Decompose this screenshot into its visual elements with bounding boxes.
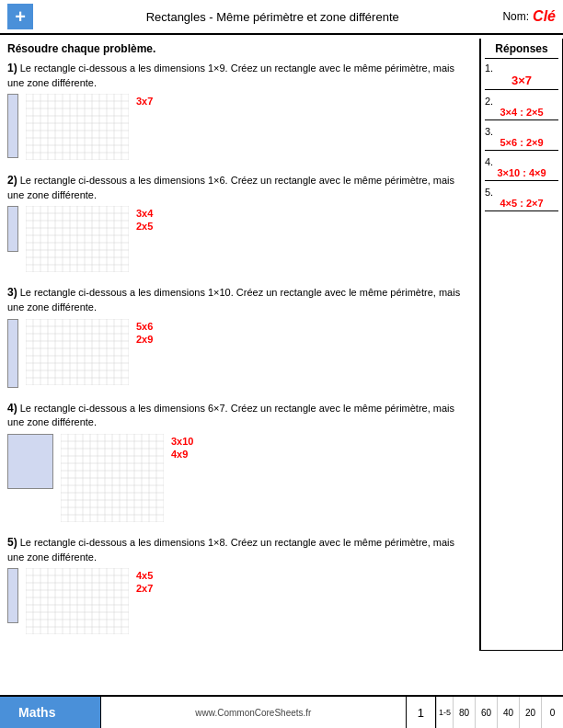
logo-icon xyxy=(7,4,33,29)
answer-label-2-2: 2x5 xyxy=(136,221,153,232)
grid-area-4 xyxy=(61,434,164,522)
problem-number-2: 2) xyxy=(7,174,17,187)
answer-label-5-2: 2x7 xyxy=(136,583,153,594)
answer-label-4-2: 4x9 xyxy=(171,449,193,460)
answer-label-4-1: 3x10 xyxy=(171,436,193,447)
problem-area-4: 3x104x9 xyxy=(7,434,472,522)
answer-key-num-2: 2. xyxy=(485,96,493,107)
grid-canvas-5 xyxy=(26,568,129,634)
score-cell-1: 60 xyxy=(475,697,497,728)
problem-area-3: 5x62x9 xyxy=(7,319,472,388)
problems-section: Résoudre chaque problème. 1) Le rectangl… xyxy=(0,39,480,651)
answer-key-val-5: 4×5 : 2×7 xyxy=(485,198,558,211)
problem-area-2: 3x42x5 xyxy=(7,206,472,272)
score-cell-4: 0 xyxy=(541,697,563,728)
footer-scores: 1-5 806040200 xyxy=(435,697,563,728)
problem-text-5: 5) Le rectangle ci-dessous a les dimensi… xyxy=(7,535,472,564)
answer-label-1-1: 3x7 xyxy=(136,96,153,107)
given-rect-2 xyxy=(7,206,18,252)
answer-key-item-1: 1.3×7 xyxy=(485,63,558,90)
problem-text-3: 3) Le rectangle ci-dessous a les dimensi… xyxy=(7,285,472,314)
problem-number-1: 1) xyxy=(7,62,17,74)
grid-area-5 xyxy=(26,568,129,634)
answer-label-2-1: 3x4 xyxy=(136,208,153,219)
answer-key-num-5: 5. xyxy=(485,187,493,198)
score-cell-3: 20 xyxy=(519,697,541,728)
grid-canvas-4 xyxy=(61,434,164,522)
main-content: Résoudre chaque problème. 1) Le rectangl… xyxy=(0,35,563,654)
problem-area-1: 3x7 xyxy=(7,94,472,160)
answer-label-5-1: 4x5 xyxy=(136,570,153,581)
answers-title: Réponses xyxy=(485,42,558,59)
answer-key-num-4: 4. xyxy=(485,156,493,167)
score-range-header: 1-5 xyxy=(436,697,453,728)
problem-text-4: 4) Le rectangle ci-dessous a les dimensi… xyxy=(7,401,472,430)
cle-label: Clé xyxy=(533,8,556,25)
answer-key-val-1: 3×7 xyxy=(485,74,558,90)
score-range-label: 1-5 xyxy=(439,708,451,717)
problem-2: 2) Le rectangle ci-dessous a les dimensi… xyxy=(7,173,472,272)
problem-area-5: 4x52x7 xyxy=(7,568,472,634)
problem-text-2: 2) Le rectangle ci-dessous a les dimensi… xyxy=(7,173,472,202)
answer-labels-4: 3x104x9 xyxy=(171,434,193,460)
answer-key-val-2: 3×4 : 2×5 xyxy=(485,107,558,120)
instruction: Résoudre chaque problème. xyxy=(7,42,472,55)
answer-label-3-2: 2x9 xyxy=(136,334,153,345)
answer-key-item-3: 3.5×6 : 2×9 xyxy=(485,126,558,151)
answer-key-val-4: 3×10 : 4×9 xyxy=(485,167,558,181)
given-rect-4 xyxy=(7,434,53,489)
nom-label: Nom: xyxy=(502,10,529,23)
answers-container: 1.3×72.3×4 : 2×53.5×6 : 2×94.3×10 : 4×95… xyxy=(485,63,558,211)
answer-key-num-3: 3. xyxy=(485,126,493,137)
problem-5: 5) Le rectangle ci-dessous a les dimensi… xyxy=(7,535,472,634)
problem-3: 3) Le rectangle ci-dessous a les dimensi… xyxy=(7,285,472,387)
grid-canvas-2 xyxy=(26,206,129,272)
footer-page-number: 1 xyxy=(406,697,435,728)
score-cell-2: 40 xyxy=(497,697,519,728)
problem-1: 1) Le rectangle ci-dessous a les dimensi… xyxy=(7,61,472,160)
answer-key-item-2: 2.3×4 : 2×5 xyxy=(485,96,558,120)
answer-labels-3: 5x62x9 xyxy=(136,319,153,345)
given-rect-3 xyxy=(7,319,18,388)
problem-number-3: 3) xyxy=(7,286,17,299)
answers-section: Réponses 1.3×72.3×4 : 2×53.5×6 : 2×94.3×… xyxy=(480,39,563,651)
answer-labels-2: 3x42x5 xyxy=(136,206,153,232)
problem-number-5: 5) xyxy=(7,536,17,549)
given-rect-1 xyxy=(7,94,18,158)
grid-area-3 xyxy=(26,319,129,385)
answer-key-item-4: 4.3×10 : 4×9 xyxy=(485,156,558,181)
page-footer: Maths www.CommonCoreSheets.fr 1 1-5 8060… xyxy=(0,695,563,728)
problem-4: 4) Le rectangle ci-dessous a les dimensi… xyxy=(7,401,472,522)
answer-key-val-3: 5×6 : 2×9 xyxy=(485,137,558,151)
grid-area-1 xyxy=(26,94,129,160)
answer-key-item-5: 5.4×5 : 2×7 xyxy=(485,187,558,211)
answer-labels-5: 4x52x7 xyxy=(136,568,153,594)
answer-labels-1: 3x7 xyxy=(136,94,153,107)
problems-container: 1) Le rectangle ci-dessous a les dimensi… xyxy=(7,61,472,634)
answer-key-num-1: 1. xyxy=(485,63,493,74)
page-title: Rectangles - Même périmètre et zone diff… xyxy=(42,10,502,24)
page-header: Rectangles - Même périmètre et zone diff… xyxy=(0,0,563,35)
footer-url: www.CommonCoreSheets.fr xyxy=(101,697,406,728)
score-cell-0: 80 xyxy=(453,697,475,728)
grid-canvas-1 xyxy=(26,94,129,160)
answer-label-3-1: 5x6 xyxy=(136,321,153,332)
score-cells: 806040200 xyxy=(453,697,563,728)
grid-canvas-3 xyxy=(26,319,129,385)
problem-number-4: 4) xyxy=(7,402,17,415)
problem-text-1: 1) Le rectangle ci-dessous a les dimensi… xyxy=(7,61,472,90)
grid-area-2 xyxy=(26,206,129,272)
given-rect-5 xyxy=(7,568,18,623)
footer-maths-label: Maths xyxy=(0,697,101,728)
